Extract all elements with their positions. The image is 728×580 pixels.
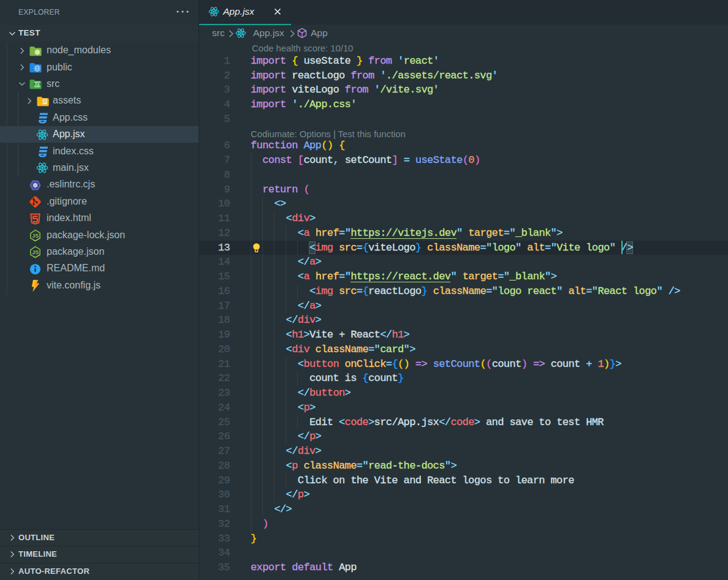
svg-text:</>: </> xyxy=(33,83,42,88)
svg-text:JS: JS xyxy=(32,249,39,255)
svg-text:JS: JS xyxy=(32,233,39,239)
